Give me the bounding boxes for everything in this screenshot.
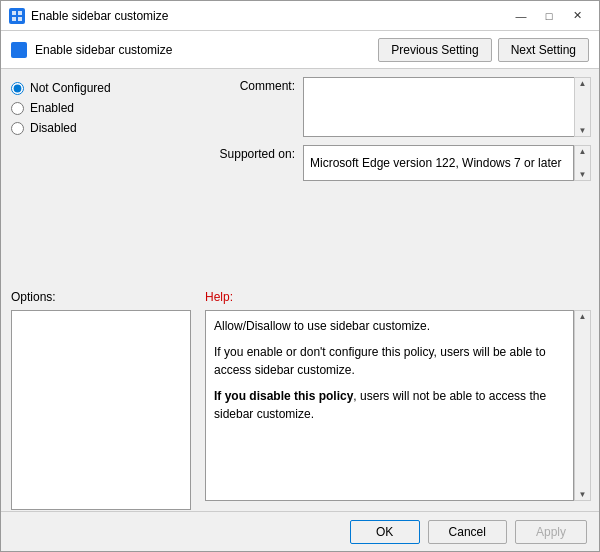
help-box: Allow/Disallow to use sidebar customize.… <box>205 310 574 501</box>
help-title: Help: <box>205 290 591 304</box>
comment-row: Comment: ▲ ▼ <box>205 77 591 137</box>
comment-scrollbar: ▲ ▼ <box>574 77 591 137</box>
minimize-button[interactable]: — <box>507 6 535 26</box>
apply-button[interactable]: Apply <box>515 520 587 544</box>
close-button[interactable]: ✕ <box>563 6 591 26</box>
supported-on-label: Supported on: <box>205 145 295 161</box>
not-configured-label: Not Configured <box>30 81 111 95</box>
next-setting-button[interactable]: Next Setting <box>498 38 589 62</box>
options-box <box>11 310 191 510</box>
comment-input[interactable] <box>303 77 574 137</box>
help-line3-text: If you disable this policy, users will n… <box>214 389 546 421</box>
options-help-section: Options: Help: Allow/Disallow to use sid… <box>1 290 599 511</box>
svg-rect-1 <box>18 11 22 15</box>
svg-rect-0 <box>12 11 16 15</box>
maximize-button[interactable]: □ <box>535 6 563 26</box>
ok-button[interactable]: OK <box>350 520 420 544</box>
main-window: Enable sidebar customize — □ ✕ Enable si… <box>0 0 600 552</box>
previous-setting-button[interactable]: Previous Setting <box>378 38 491 62</box>
title-bar-controls: — □ ✕ <box>507 6 591 26</box>
supported-on-row: Supported on: Microsoft Edge version 122… <box>205 145 591 181</box>
bottom-panels <box>205 189 591 282</box>
svg-rect-3 <box>18 17 22 21</box>
help-scrollbar: ▲ ▼ <box>574 310 591 501</box>
enabled-option[interactable]: Enabled <box>11 101 191 115</box>
svg-rect-2 <box>12 17 16 21</box>
enabled-radio[interactable] <box>11 102 24 115</box>
supported-scrollbar: ▲ ▼ <box>574 145 591 181</box>
window-title: Enable sidebar customize <box>31 9 507 23</box>
not-configured-radio[interactable] <box>11 82 24 95</box>
options-title: Options: <box>11 290 191 304</box>
help-line2: If you enable or don't configure this po… <box>214 343 565 379</box>
comment-area: ▲ ▼ <box>303 77 591 137</box>
cancel-button[interactable]: Cancel <box>428 520 507 544</box>
supported-on-value: Microsoft Edge version 122, Windows 7 or… <box>303 145 574 181</box>
left-panel: Not Configured Enabled Disabled <box>1 69 201 290</box>
right-panel: Comment: ▲ ▼ Supported on: Micr <box>201 69 599 290</box>
supported-scroll-up[interactable]: ▲ <box>579 147 587 156</box>
comment-label: Comment: <box>205 77 295 93</box>
scroll-down-arrow[interactable]: ▼ <box>579 126 587 135</box>
policy-title: Enable sidebar customize <box>35 43 378 57</box>
help-line3: If you disable this policy, users will n… <box>214 387 565 423</box>
options-section: Options: <box>1 290 201 511</box>
navigation-buttons: Previous Setting Next Setting <box>378 38 589 62</box>
title-bar: Enable sidebar customize — □ ✕ <box>1 1 599 31</box>
disabled-radio[interactable] <box>11 122 24 135</box>
help-scroll-down[interactable]: ▼ <box>579 490 587 499</box>
disabled-label: Disabled <box>30 121 77 135</box>
footer: OK Cancel Apply <box>1 511 599 551</box>
help-section: Help: Allow/Disallow to use sidebar cust… <box>201 290 599 511</box>
supported-scroll-down[interactable]: ▼ <box>579 170 587 179</box>
enabled-label: Enabled <box>30 101 74 115</box>
not-configured-option[interactable]: Not Configured <box>11 81 191 95</box>
configuration-radio-group: Not Configured Enabled Disabled <box>11 81 191 135</box>
help-line1: Allow/Disallow to use sidebar customize. <box>214 317 565 335</box>
scroll-up-arrow[interactable]: ▲ <box>579 79 587 88</box>
help-scroll-up[interactable]: ▲ <box>579 312 587 321</box>
main-content: Not Configured Enabled Disabled Comment: <box>1 69 599 290</box>
window-icon <box>9 8 25 24</box>
policy-icon <box>11 42 27 58</box>
header-bar: Enable sidebar customize Previous Settin… <box>1 31 599 69</box>
disabled-option[interactable]: Disabled <box>11 121 191 135</box>
